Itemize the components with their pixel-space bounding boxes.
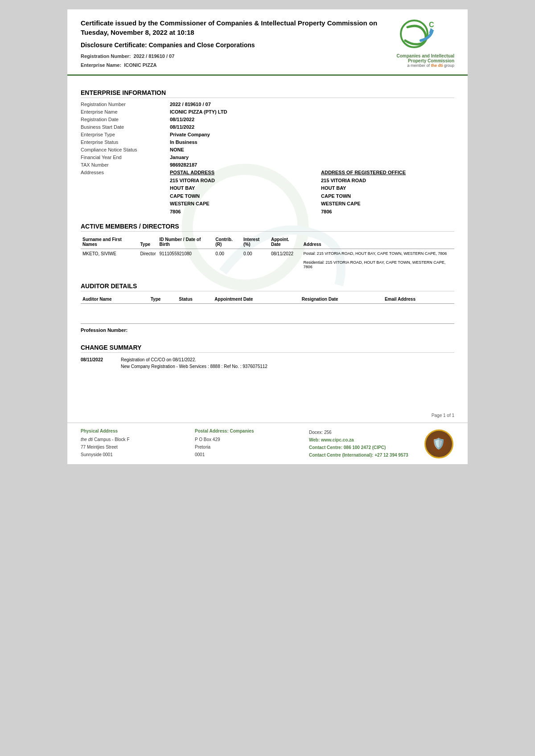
auditor-section-title: AUDITOR DETAILS — [81, 282, 454, 291]
aud-col-name: Auditor Name — [81, 295, 149, 304]
directors-section-title: ACTIVE MEMBERS / DIRECTORS — [81, 223, 454, 232]
header-subtitle: Disclosure Certificate: Companies and Cl… — [81, 41, 383, 49]
director-appoint: 08/11/2022 — [269, 249, 302, 271]
document-page: Certificate issued by the Commissioner o… — [67, 9, 468, 465]
col-contrib: Contrib. (R) — [214, 235, 242, 249]
footer-emblem: 🛡️ — [423, 429, 454, 459]
body-section: ENTERPRISE INFORMATION Registration Numb… — [67, 76, 468, 377]
postal-lines: 215 VITORIA ROADHOUT BAYCAPE TOWNWESTERN… — [170, 177, 303, 216]
profession-label: Profession Number: — [81, 327, 128, 333]
director-interest: 0.00 — [242, 249, 269, 271]
info-row: Enterprise TypePrivate Company — [81, 132, 454, 137]
director-contrib: 0.00 — [214, 249, 242, 271]
svg-text:C: C — [429, 21, 434, 29]
directors-header-row: Surname and First Names Type ID Number /… — [81, 235, 454, 249]
dti-highlight: the dti — [431, 63, 443, 68]
info-row: Enterprise StatusIn Business — [81, 139, 454, 145]
info-value: 9869282187 — [170, 162, 454, 168]
address-label: Addresses — [81, 170, 170, 216]
footer-postal-text: P O Box 429 Pretoria 0001 — [195, 436, 296, 458]
dti-text: a member of the dti group — [383, 63, 454, 68]
registered-title: ADDRESS OF REGISTERED OFFICE — [321, 170, 454, 175]
footer-contact-centre: Contact Centre: 086 100 2472 (CIPC) — [309, 445, 386, 450]
auditor-header-row: Auditor Name Type Status Appointment Dat… — [81, 295, 454, 304]
ent-label: Enterprise Name: — [81, 62, 121, 68]
aud-col-type: Type — [149, 295, 177, 304]
col-type: Type — [139, 235, 158, 249]
footer-contact: Docex: 256 Web: www.cipc.co.za Contact C… — [309, 429, 410, 459]
table-row: MKETO, SIVIWE Director 9111055921080 0.0… — [81, 249, 454, 271]
logo-area: C Companies and Intellectual Property Co… — [383, 18, 454, 68]
footer-web: Web: www.cipc.co.za — [309, 437, 354, 442]
aud-col-status: Status — [177, 295, 213, 304]
info-row: Business Start Date08/11/2022 — [81, 124, 454, 130]
aud-col-email: Email Address — [383, 295, 454, 304]
col-name: Surname and First Names — [81, 235, 139, 249]
footer-postal: Postal Address: Companies P O Box 429 Pr… — [195, 429, 296, 459]
info-value: January — [170, 155, 454, 160]
auditor-empty-row — [81, 303, 454, 317]
aud-col-resign: Resignation Date — [300, 295, 383, 304]
header-meta: Registration Number: 2022 / 819610 / 07 … — [81, 52, 383, 70]
info-label: Registration Date — [81, 117, 170, 122]
footer-dti-italic: the dti — [81, 437, 93, 442]
info-label: Enterprise Type — [81, 132, 170, 137]
change-desc: Registration of CC/CO on 08/11/2022. — [121, 357, 454, 362]
postal-address-col: POSTAL ADDRESS 215 VITORIA ROADHOUT BAYC… — [170, 170, 303, 216]
change-date: 08/11/2022 — [81, 357, 121, 362]
info-value: In Business — [170, 139, 454, 145]
footer-docex: Docex: 256 — [309, 430, 332, 435]
info-row: Registration Number2022 / 819610 / 07 — [81, 102, 454, 107]
col-appoint: Appoint. Date — [269, 235, 302, 249]
directors-table: Surname and First Names Type ID Number /… — [81, 235, 454, 271]
footer-physical-title: Physical Address — [81, 429, 181, 433]
postal-title: POSTAL ADDRESS — [170, 170, 303, 175]
auditor-table: Auditor Name Type Status Appointment Dat… — [81, 295, 454, 317]
info-label: Compliance Notice Status — [81, 147, 170, 152]
info-row: TAX Number9869282187 — [81, 162, 454, 168]
info-row: Financial Year EndJanuary — [81, 155, 454, 160]
director-name: MKETO, SIVIWE — [81, 249, 139, 271]
info-value: NONE — [170, 147, 454, 152]
registered-lines: 215 VITORIA ROADHOUT BAYCAPE TOWNWESTERN… — [321, 177, 454, 216]
directors-tbody: MKETO, SIVIWE Director 9111055921080 0.0… — [81, 249, 454, 271]
director-type: Director — [139, 249, 158, 271]
info-value: 08/11/2022 — [170, 124, 454, 130]
info-label: Enterprise Status — [81, 139, 170, 145]
footer-physical-text: the dti Campus - Block F 77 Meintjies St… — [81, 436, 181, 458]
info-label: Business Start Date — [81, 124, 170, 130]
reg-value: 2022 / 819610 / 07 — [134, 53, 175, 59]
info-label: Enterprise Name — [81, 109, 170, 114]
info-row: Compliance Notice StatusNONE — [81, 147, 454, 152]
enterprise-fields: Registration Number2022 / 819610 / 07Ent… — [81, 102, 454, 168]
change-summary-title: CHANGE SUMMARY — [81, 344, 454, 353]
coat-of-arms: 🛡️ — [424, 429, 453, 458]
col-id: ID Number / Date of Birth — [158, 235, 214, 249]
info-value: ICONIC PIZZA (PTY) LTD — [170, 109, 454, 114]
info-label: Financial Year End — [81, 155, 170, 160]
reg-label: Registration Number: — [81, 53, 131, 59]
page-number: Page 1 of 1 — [67, 404, 468, 422]
info-label: Registration Number — [81, 102, 170, 107]
change-summary-section: 08/11/2022Registration of CC/CO on 08/11… — [81, 357, 454, 369]
company-name-line1: Companies and Intellectual — [383, 53, 454, 58]
info-value: 08/11/2022 — [170, 117, 454, 122]
aud-col-appt: Appointment Date — [213, 295, 300, 304]
director-address: Postal: 215 VITORIA ROAD, HOUT BAY, CAPE… — [302, 249, 454, 271]
info-value: 2022 / 819610 / 07 — [170, 102, 454, 107]
info-row: Enterprise NameICONIC PIZZA (PTY) LTD — [81, 109, 454, 114]
director-id: 9111055921080 — [158, 249, 214, 271]
col-interest: Interest (%) — [242, 235, 269, 249]
enterprise-section-title: ENTERPRISE INFORMATION — [81, 89, 454, 98]
profession-row: Profession Number: — [81, 323, 454, 333]
registered-address-col: ADDRESS OF REGISTERED OFFICE 215 VITORIA… — [321, 170, 454, 216]
cipc-logo-svg: C — [399, 18, 439, 49]
footer-postal-title: Postal Address: Companies — [195, 429, 296, 433]
address-row: Addresses POSTAL ADDRESS 215 VITORIA ROA… — [81, 170, 454, 216]
info-value: Private Company — [170, 132, 454, 137]
list-item: 08/11/2022Registration of CC/CO on 08/11… — [81, 357, 454, 362]
footer: Physical Address the dti Campus - Block … — [67, 422, 468, 464]
company-name-line2: Property Commission — [383, 58, 454, 63]
footer-physical: Physical Address the dti Campus - Block … — [81, 429, 181, 459]
header-title: Certificate issued by the Commissioner o… — [81, 18, 383, 37]
